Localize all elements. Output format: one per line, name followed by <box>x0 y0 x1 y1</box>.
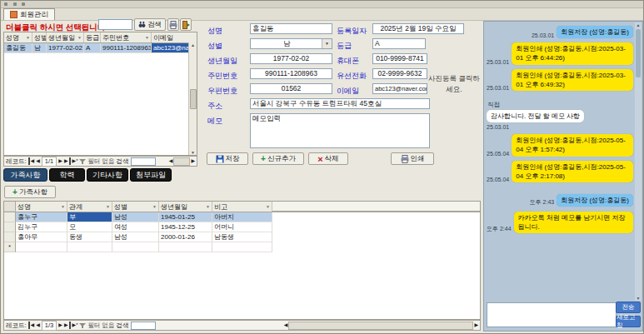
next-record-button[interactable]: ▶ <box>58 157 62 165</box>
table-cell[interactable]: A <box>84 43 101 53</box>
row-selector[interactable] <box>4 222 16 232</box>
column-header[interactable]: 주민번호▼ <box>101 32 152 42</box>
scroll-left-icon[interactable]: ◀ <box>169 157 173 165</box>
horizontal-scrollbar[interactable]: ◀ ▶ <box>284 322 478 330</box>
tab-attachments[interactable]: 첨부파일 <box>130 168 172 182</box>
tab-etc-info[interactable]: 기타사항 <box>87 168 128 182</box>
table-cell[interactable]: 990111-1208963 <box>101 43 152 53</box>
column-header[interactable]: 비고▼ <box>212 202 272 212</box>
table-cell[interactable]: 남 <box>32 43 47 53</box>
scrollbar-thumb[interactable] <box>636 29 641 77</box>
previous-record-button[interactable]: ◀ <box>36 157 40 165</box>
column-header[interactable]: 이메일 <box>152 32 196 42</box>
grade-field[interactable]: A <box>372 38 426 49</box>
zip-field[interactable]: 01562 <box>250 83 332 94</box>
table-cell[interactable]: 아버지 <box>212 212 272 222</box>
scroll-down-icon[interactable]: ▼ <box>637 296 641 301</box>
memo-input[interactable] <box>487 302 617 327</box>
new-row-selector[interactable]: * <box>4 242 16 252</box>
next-record-button[interactable]: ▶ <box>58 322 62 329</box>
scroll-up-icon[interactable]: ▲ <box>191 42 195 47</box>
add-family-button[interactable]: + 가족사항 <box>4 186 56 198</box>
name-field[interactable]: 홍길동 <box>250 23 332 34</box>
birth-field[interactable]: 1977-02-02 <box>250 53 332 64</box>
chat-scrollbar[interactable]: ▲ ▼ <box>635 22 642 301</box>
column-header[interactable]: 등급 <box>84 32 101 42</box>
search-button[interactable]: 검색 <box>134 18 166 31</box>
table-row[interactable]: 홍누구 부 남성 1945-01-25 아버지 <box>4 212 480 222</box>
table-row[interactable]: 홍아무 동생 남성 2000-01-26 남동생 <box>4 232 480 242</box>
scroll-up-icon[interactable]: ▲ <box>637 22 641 27</box>
table-cell[interactable]: 동생 <box>67 232 112 242</box>
table-cell[interactable]: 2000-01-26 <box>159 232 212 242</box>
tab-education[interactable]: 학력 <box>49 168 85 182</box>
exit-button[interactable] <box>180 18 192 31</box>
record-search-input[interactable] <box>131 322 156 330</box>
first-record-button[interactable]: ◀ <box>28 322 35 329</box>
table-cell[interactable] <box>67 242 112 252</box>
table-cell[interactable]: 1945-01-25 <box>159 212 212 222</box>
rrn-field[interactable]: 990111-1208963 <box>250 68 332 79</box>
address-field[interactable]: 서울시 강북구 수유동 트럼프타워 45호실 <box>250 98 430 109</box>
photo-upload-area[interactable]: 사진등록 클릭하세요. <box>428 39 480 129</box>
scrollbar-track[interactable] <box>173 157 190 166</box>
send-button[interactable]: 전송 <box>616 302 641 313</box>
previous-record-button[interactable]: ◀ <box>36 322 40 329</box>
scrollbar-thumb[interactable] <box>190 89 197 109</box>
table-cell[interactable]: 모 <box>67 222 112 232</box>
table-cell[interactable]: 남성 <box>112 212 159 222</box>
scrollbar-track[interactable] <box>288 322 473 330</box>
column-header[interactable]: 성명▼ <box>16 202 67 212</box>
table-row[interactable]: 홍길동 남 1977-02-02 A 990111-1208963 abc123… <box>4 43 197 53</box>
chevron-down-icon[interactable]: ▼ <box>322 39 332 48</box>
column-header[interactable]: 생년월일▼ <box>159 202 212 212</box>
phone-field[interactable]: 02-9999-9632 <box>372 68 427 79</box>
table-cell[interactable]: 부 <box>67 212 112 222</box>
delete-button[interactable]: × 삭제 <box>308 152 348 165</box>
column-header[interactable]: 성별▼ <box>112 202 159 212</box>
horizontal-scrollbar[interactable]: ◀ ▶ <box>169 157 195 166</box>
row-selector[interactable] <box>4 212 16 222</box>
scroll-right-icon[interactable]: ▶ <box>191 157 195 165</box>
email-field[interactable]: abc123@naver.com <box>372 83 427 94</box>
row-selector[interactable] <box>4 232 16 242</box>
save-button[interactable]: 저장 <box>207 152 248 165</box>
table-cell[interactable]: 남동생 <box>212 232 272 242</box>
new-record-row[interactable]: * <box>4 242 480 252</box>
column-header[interactable]: 성명▼ <box>4 32 32 42</box>
last-record-button[interactable]: ▶ <box>64 157 71 165</box>
table-cell[interactable]: 홍아무 <box>16 232 67 242</box>
table-row[interactable]: 김누구 모 여성 1945-12-25 어머니 <box>4 222 480 232</box>
scroll-down-icon[interactable]: ▼ <box>191 150 195 155</box>
print-list-button[interactable] <box>167 18 179 31</box>
gender-combobox[interactable]: 남 ▼ <box>250 38 332 49</box>
table-cell[interactable]: 홍누구 <box>16 212 67 222</box>
column-header[interactable]: 성별 <box>32 32 47 42</box>
record-search-input[interactable] <box>131 157 156 166</box>
table-cell[interactable] <box>212 242 272 252</box>
new-record-button[interactable]: ▶* <box>72 157 78 165</box>
print-button[interactable]: 인쇄 <box>391 152 434 165</box>
column-header[interactable]: 관계▼ <box>67 202 112 212</box>
table-cell[interactable]: 홍길동 <box>4 43 32 53</box>
refresh-button[interactable]: 새로고침 <box>616 316 641 327</box>
table-cell[interactable]: 남성 <box>112 232 159 242</box>
table-cell[interactable] <box>16 242 67 252</box>
table-cell[interactable]: 어머니 <box>212 222 272 232</box>
table-cell[interactable]: 1945-12-25 <box>159 222 212 232</box>
table-cell[interactable] <box>112 242 159 252</box>
column-header[interactable]: 생년월일▼ <box>47 32 84 42</box>
memo-field[interactable]: 메모입력 <box>250 113 430 148</box>
tab-family-info[interactable]: 가족사항 <box>3 168 47 182</box>
scroll-left-icon[interactable]: ◀ <box>284 322 288 329</box>
last-record-button[interactable]: ▶ <box>64 322 71 329</box>
table-cell[interactable] <box>159 242 212 252</box>
quick-search-input[interactable] <box>98 19 132 30</box>
table-cell[interactable]: 김누구 <box>16 222 67 232</box>
first-record-button[interactable]: ◀ <box>28 157 35 165</box>
reg-date-field[interactable]: 2025년 2월 19일 수요일 <box>372 23 464 34</box>
tab-member-management[interactable]: 회원관리 <box>3 8 55 20</box>
table-cell[interactable]: 1977-02-02 <box>47 43 84 53</box>
table-cell[interactable]: 여성 <box>112 222 159 232</box>
scroll-right-icon[interactable]: ▶ <box>474 322 478 329</box>
